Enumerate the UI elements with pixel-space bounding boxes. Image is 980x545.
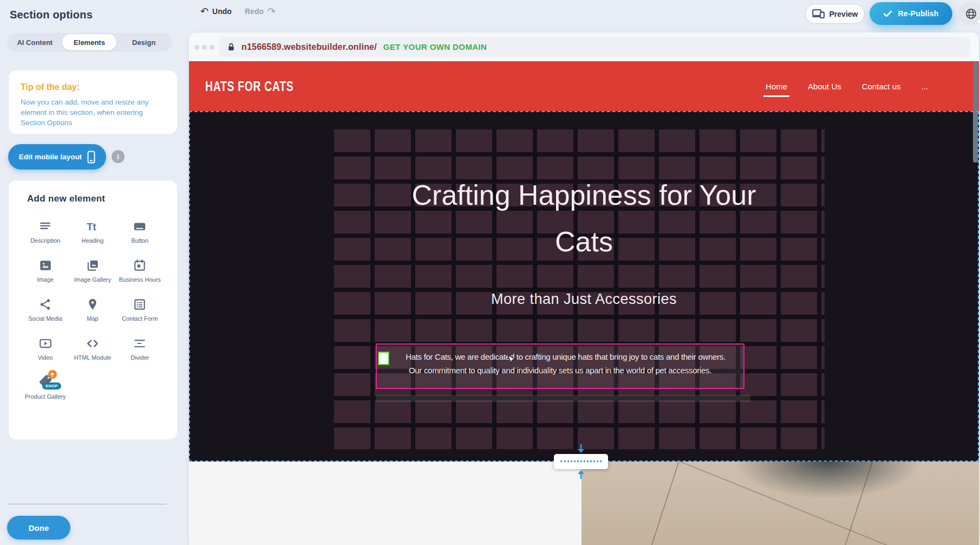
- address-bar: n1566589.websitebuilder.online/ GET YOUR…: [219, 37, 970, 57]
- ghost-element-placeholder: [376, 395, 750, 402]
- image-gallery-icon: [86, 256, 100, 272]
- get-domain-link[interactable]: GET YOUR OWN DOMAIN: [383, 42, 487, 51]
- preview-button[interactable]: Preview: [805, 4, 865, 24]
- business-hours-icon: [133, 256, 147, 272]
- floor-photo: [582, 462, 979, 545]
- globe-status-dot: [976, 19, 980, 24]
- language-globe-button[interactable]: [959, 2, 980, 25]
- tab-elements[interactable]: Elements: [62, 34, 117, 50]
- add-element-title: Add new element: [27, 193, 177, 204]
- element-contact-form[interactable]: Contact Form: [117, 292, 162, 322]
- tip-of-the-day-card: Tip of the day: Now you can add, move an…: [9, 70, 177, 134]
- image-icon: [38, 256, 53, 272]
- element-image[interactable]: Image: [23, 253, 68, 283]
- done-button[interactable]: Done: [7, 516, 70, 540]
- nav-home[interactable]: Home: [766, 82, 787, 91]
- element-grid: Description Tt Heading Button Image Imag…: [22, 214, 164, 400]
- phone-icon: [87, 151, 95, 164]
- element-description[interactable]: Description: [23, 214, 68, 244]
- upgrade-badge-icon: [48, 370, 57, 379]
- tab-design[interactable]: Design: [116, 34, 171, 50]
- nav-contact-us[interactable]: Contact us: [862, 82, 901, 91]
- undo-button[interactable]: ↶ Undo: [200, 7, 232, 16]
- globe-icon: [965, 8, 977, 20]
- divider-icon: [133, 334, 147, 351]
- page-title: Section options: [10, 9, 93, 21]
- canvas-scrollbar[interactable]: [973, 62, 978, 163]
- site-logo: HATS FOR CATS: [205, 78, 293, 94]
- mouse-cursor: [507, 355, 515, 368]
- edit-mobile-layout-button[interactable]: Edit mobile layout: [8, 144, 106, 170]
- hero-heading[interactable]: Crafting Happiness for Your Cats: [408, 172, 760, 265]
- tip-body: Now you can add, move and resize any ele…: [21, 97, 165, 128]
- element-image-gallery[interactable]: Image Gallery: [70, 253, 115, 283]
- site-header: HATS FOR CATS Home About Us Contact us .…: [189, 61, 979, 111]
- site-nav: Home About Us Contact us ...: [766, 82, 928, 91]
- element-divider[interactable]: Divider: [117, 331, 162, 361]
- check-icon: [883, 10, 892, 17]
- republish-button[interactable]: Re-Publish: [870, 2, 952, 25]
- redo-icon: ↷: [267, 7, 276, 16]
- contact-form-icon: [133, 295, 147, 312]
- nav-more[interactable]: ...: [921, 82, 928, 91]
- tab-ai-content[interactable]: AI Content: [8, 34, 62, 50]
- element-heading[interactable]: Tt Heading: [70, 214, 115, 244]
- description-icon: [38, 217, 53, 233]
- social-media-icon: [38, 295, 53, 312]
- redo-button[interactable]: Redo ↷: [245, 7, 276, 16]
- svg-text:Tt: Tt: [87, 221, 96, 232]
- browser-chrome: n1566589.websitebuilder.online/ GET YOUR…: [189, 33, 979, 61]
- hero-section[interactable]: Crafting Happiness for Your Cats More th…: [189, 111, 979, 462]
- hero-subheading[interactable]: More than Just Accessories: [422, 291, 747, 308]
- devices-icon: [812, 9, 825, 18]
- html-module-icon: [86, 334, 100, 351]
- element-map[interactable]: Map: [70, 292, 115, 322]
- map-icon: [86, 295, 100, 312]
- heading-icon: Tt: [86, 217, 100, 233]
- next-section-blank: [189, 462, 582, 545]
- sidebar-divider: [7, 504, 167, 504]
- product-gallery-icon: SHOP: [36, 373, 55, 390]
- button-icon: [133, 217, 147, 233]
- window-dots-icon: [194, 45, 214, 50]
- element-button[interactable]: Button: [117, 214, 162, 244]
- element-html-module[interactable]: HTML Module: [70, 331, 115, 361]
- hero-description: Hats for Cats, we are dedicated to craft…: [377, 350, 743, 377]
- element-business-hours[interactable]: Business Hours: [117, 253, 162, 283]
- site-url: n1566589.websitebuilder.online/: [241, 42, 377, 52]
- nav-about-us[interactable]: About Us: [808, 82, 841, 91]
- element-social-media[interactable]: Social Media: [23, 292, 68, 322]
- section-options-tabs: AI Content Elements Design: [6, 33, 172, 51]
- add-element-panel: Add new element Description Tt Heading B…: [9, 180, 177, 439]
- element-video[interactable]: Video: [23, 331, 68, 361]
- site-preview-window: n1566589.websitebuilder.online/ GET YOUR…: [189, 33, 979, 545]
- element-product-gallery[interactable]: SHOP Product Gallery: [23, 370, 68, 400]
- tip-title: Tip of the day:: [21, 82, 165, 92]
- info-icon[interactable]: i: [112, 150, 125, 163]
- video-icon: [38, 334, 53, 351]
- section-resize-handle[interactable]: [554, 443, 608, 480]
- lock-icon: [227, 42, 235, 51]
- shop-badge: SHOP: [42, 382, 61, 390]
- resize-handle-dashes: [560, 460, 602, 462]
- element-drag-handle[interactable]: [378, 352, 389, 365]
- undo-icon: ↶: [200, 7, 208, 16]
- selected-description-element[interactable]: Hats for Cats, we are dedicated to craft…: [376, 343, 744, 389]
